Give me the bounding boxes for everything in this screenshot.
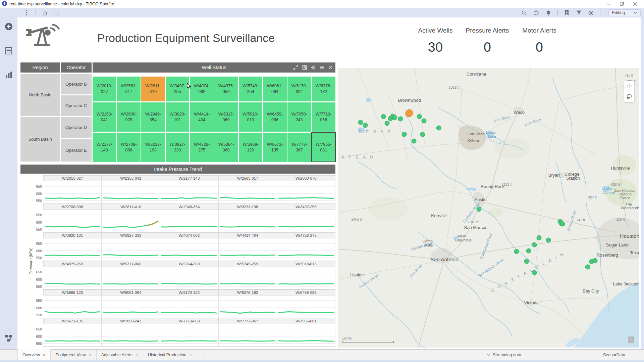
settings-gear-icon[interactable]	[588, 10, 594, 16]
filter-icon[interactable]	[576, 10, 582, 16]
well-tile[interactable]: W/6376-182	[312, 77, 335, 101]
well-tile[interactable]: W/5364-360	[214, 133, 238, 162]
map-panel[interactable]: CorsicanaBrownwoodWacoT E X A SLeon Rive…	[338, 68, 639, 348]
well-marker-alert[interactable]	[405, 109, 413, 117]
maximize-visual-icon[interactable]	[293, 65, 298, 70]
visual-settings-gear-icon[interactable]	[311, 65, 316, 70]
well-tile[interactable]: W/7713-068	[312, 102, 335, 132]
undo-icon[interactable]	[42, 10, 48, 16]
well-marker[interactable]	[412, 139, 417, 144]
well-marker[interactable]	[392, 115, 397, 120]
well-tile[interactable]: W/6459-086	[263, 102, 287, 132]
well-marker[interactable]	[532, 270, 537, 275]
well-marker[interactable]	[385, 121, 390, 126]
region-column-header[interactable]: Region	[20, 62, 60, 73]
close-button[interactable]	[629, 0, 642, 8]
well-tile[interactable]: W/7050-243	[287, 102, 311, 132]
page-tab[interactable]: Overview✕	[17, 349, 51, 360]
well-marker[interactable]	[358, 120, 363, 125]
menu-kebab-icon[interactable]	[23, 10, 30, 16]
well-tile[interactable]: W/6170-322	[287, 77, 311, 101]
well-tile[interactable]: W/2563-017	[117, 77, 141, 101]
sparkline-cell	[219, 296, 277, 318]
y-tick-label: 650	[36, 213, 42, 217]
close-tab-icon[interactable]: ✕	[43, 353, 46, 357]
well-tile[interactable]: W/4074-062	[190, 77, 214, 101]
chevron-down-icon[interactable]	[487, 354, 490, 356]
well-tile[interactable]: W/2708-008	[117, 133, 141, 162]
well-tile[interactable]: W/3233-198	[141, 133, 165, 162]
well-marker[interactable]	[524, 259, 529, 264]
details-panel-icon[interactable]	[302, 65, 307, 70]
close-visual-icon[interactable]	[328, 65, 333, 70]
globe-icon[interactable]	[533, 10, 539, 16]
well-marker[interactable]	[436, 126, 441, 131]
page-tab[interactable]: Equipment View✕	[51, 350, 96, 360]
editing-mode-dropdown[interactable]: Editing	[608, 9, 641, 16]
restore-button[interactable]	[615, 0, 629, 8]
well-tile[interactable]: W/2600-078	[117, 102, 141, 132]
well-tile[interactable]: W/5749-259	[239, 77, 263, 101]
well-marker[interactable]	[560, 221, 565, 226]
well-tile[interactable]: W/4975-059	[214, 77, 238, 101]
well-tile[interactable]: W/6671-135	[263, 133, 287, 162]
well-tile[interactable]: W/6061-064	[263, 77, 287, 101]
well-tile[interactable]: W/7955-081	[312, 133, 335, 162]
minimize-button[interactable]	[602, 0, 615, 8]
add-page-button[interactable]: +	[197, 350, 211, 360]
close-tab-icon[interactable]: ✕	[189, 353, 192, 357]
well-tile[interactable]: W/3927-333	[166, 133, 190, 162]
visualizations-chart-icon[interactable]	[4, 71, 13, 79]
close-tab-icon[interactable]: ✕	[88, 353, 91, 357]
search-icon[interactable]	[521, 10, 527, 16]
well-marker[interactable]	[585, 265, 590, 270]
well-marker[interactable]	[417, 114, 422, 119]
bookmark-icon[interactable]	[564, 10, 570, 16]
well-marker[interactable]	[477, 207, 482, 212]
well-tile[interactable]: W/3820-101	[166, 102, 190, 132]
page-tab[interactable]: Historical Production✕	[143, 350, 197, 360]
well-marker[interactable]	[526, 248, 531, 253]
well-tile[interactable]: W/5910-013	[239, 102, 263, 132]
well-tile[interactable]: W/4728-275	[190, 133, 214, 162]
operator-cell[interactable]: Operator D	[61, 117, 92, 138]
well-tile[interactable]: W/2949-354	[141, 102, 165, 132]
region-cell[interactable]: South Basin	[20, 117, 60, 162]
well-tile[interactable]: W/2811-416	[141, 77, 165, 101]
map-lasso-select-icon[interactable]	[626, 94, 632, 100]
well-tile[interactable]: W/5988-120	[239, 133, 263, 162]
well-tile[interactable]: W/3497-255	[166, 77, 190, 101]
map-pan-icon[interactable]	[627, 83, 632, 89]
operator-cell[interactable]: Operator C	[61, 95, 92, 116]
well-marker[interactable]	[398, 116, 403, 121]
data-table-icon[interactable]	[4, 46, 13, 55]
well-tile[interactable]: W/2013-027	[93, 77, 116, 101]
data-canvas-icon[interactable]	[4, 334, 13, 343]
notifications-bell-icon[interactable]	[545, 10, 551, 16]
well-marker[interactable]	[381, 114, 386, 119]
operator-cell[interactable]: Operator B	[61, 74, 92, 94]
well-marker[interactable]	[420, 132, 425, 137]
well-tile[interactable]: W/2153-041	[93, 102, 116, 132]
page-tab[interactable]: Adjustable Alerts✕	[97, 350, 143, 360]
well-marker[interactable]	[546, 238, 551, 243]
redo-icon[interactable]	[54, 10, 60, 16]
region-cell[interactable]: North Basin	[20, 74, 60, 116]
operator-column-header[interactable]: Operator	[61, 62, 92, 73]
well-marker[interactable]	[421, 119, 426, 124]
add-content-button[interactable]	[4, 22, 13, 31]
well-tile[interactable]: W/2177-143	[93, 133, 116, 162]
close-tab-icon[interactable]: ✕	[135, 353, 138, 357]
well-marker[interactable]	[592, 258, 597, 263]
well-marker[interactable]	[401, 132, 407, 137]
well-marker[interactable]	[532, 242, 537, 247]
legend-list-icon[interactable]	[320, 65, 324, 70]
operator-cell[interactable]: Operator E	[61, 139, 92, 162]
map-attribution-button[interactable]: i	[628, 336, 634, 343]
well-tile[interactable]: W/7773-367	[287, 133, 311, 162]
well-tile[interactable]: W/5317-060	[214, 102, 238, 132]
well-marker[interactable]	[514, 249, 519, 254]
well-marker[interactable]	[536, 235, 541, 240]
well-tile[interactable]: W/4414-404	[190, 102, 214, 132]
well-marker[interactable]	[363, 123, 368, 128]
